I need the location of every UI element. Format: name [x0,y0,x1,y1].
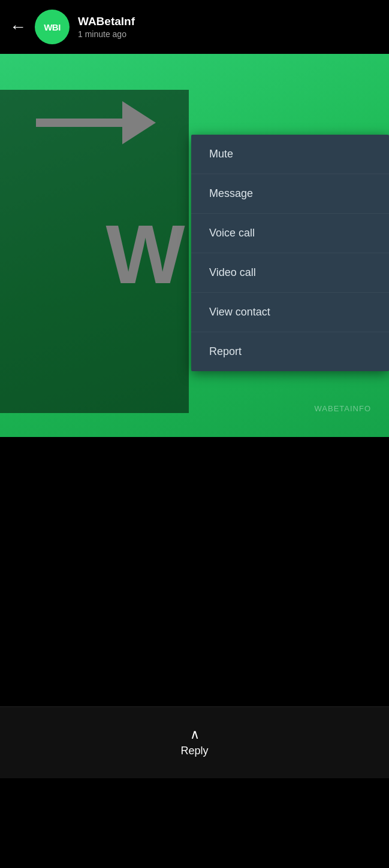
contact-time: 1 minute ago [78,29,135,39]
black-area: ∧ Reply [0,437,389,778]
chevron-up-icon: ∧ [190,728,200,741]
reply-bar[interactable]: ∧ Reply [0,706,389,778]
reply-label: Reply [180,745,208,757]
notification-header: ← WBI WABetaInf 1 minute ago [0,0,389,54]
menu-item-view-contact[interactable]: View contact [191,293,389,332]
avatar: WBI [35,10,70,44]
menu-overlay-dim [0,90,189,413]
contact-name: WABetaInf [78,15,135,28]
menu-item-video-call[interactable]: Video call [191,253,389,293]
menu-item-mute[interactable]: Mute [191,135,389,174]
menu-item-report[interactable]: Report [191,332,389,371]
context-menu: Mute Message Voice call Video call View … [191,135,389,371]
menu-item-message[interactable]: Message [191,174,389,214]
contact-info: WABetaInf 1 minute ago [78,15,135,39]
avatar-initials: WBI [44,22,61,32]
menu-item-voice-call[interactable]: Voice call [191,214,389,253]
back-button[interactable]: ← [10,19,26,35]
